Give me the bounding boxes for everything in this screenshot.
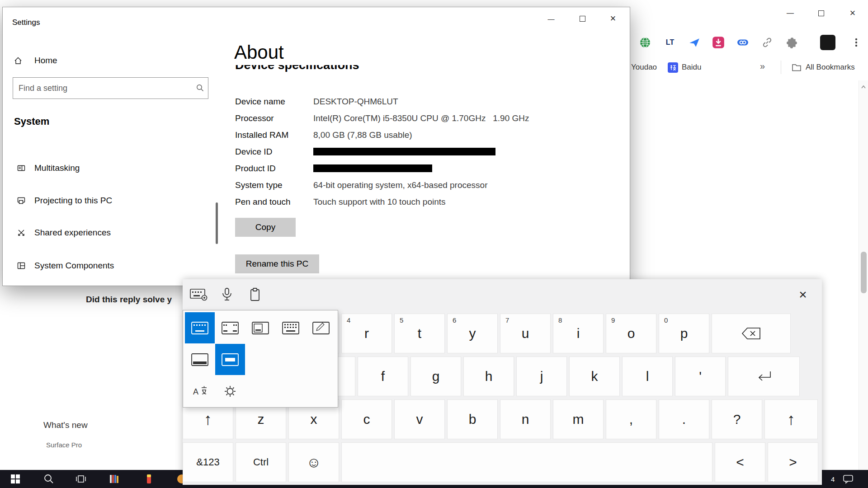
floating-icon	[222, 353, 239, 366]
key-i[interactable]: 8i	[553, 314, 604, 353]
key-enter[interactable]	[728, 357, 800, 396]
keyboard-close-button[interactable]: ×	[791, 283, 815, 306]
projecting-icon	[16, 196, 26, 206]
key-question[interactable]: ?	[712, 399, 762, 439]
key-cursor-right[interactable]: >	[768, 442, 818, 482]
key-o[interactable]: 9o	[606, 314, 656, 353]
screenshot-tool-button[interactable]	[820, 34, 836, 51]
chat-icon	[843, 474, 854, 484]
sidebar-item-system-components[interactable]: System Components	[3, 254, 215, 277]
key-k[interactable]: k	[569, 357, 620, 396]
layout-default-button[interactable]	[185, 312, 215, 343]
rename-pc-button[interactable]: Rename this PC	[235, 254, 319, 273]
key-backspace[interactable]	[712, 314, 791, 353]
taskbar-search-button[interactable]	[38, 470, 60, 488]
key-y[interactable]: 6y	[447, 314, 498, 353]
key-m[interactable]: m	[553, 399, 604, 439]
lt-extension-icon[interactable]: LT	[662, 34, 678, 51]
key-f[interactable]: f	[358, 357, 408, 396]
layout-onehanded-icon	[252, 322, 269, 334]
whats-new-text: What's new	[43, 420, 88, 430]
key-t[interactable]: 5t	[394, 314, 445, 353]
docked-layout-button[interactable]	[185, 344, 215, 375]
clipboard-button[interactable]	[244, 284, 266, 305]
key-shift-right[interactable]: ↑	[764, 399, 818, 439]
taskbar-app-red[interactable]	[138, 470, 160, 488]
surface-pro-link[interactable]: Surface Pro	[46, 441, 82, 449]
keyboard-settings-button[interactable]	[188, 284, 210, 305]
all-bookmarks-button[interactable]	[791, 62, 802, 73]
settings-close-button[interactable]: ×	[602, 11, 624, 26]
keyboard-gear-button[interactable]	[215, 375, 245, 407]
microphone-icon	[221, 287, 233, 302]
bookmark-baidu-button[interactable]	[667, 62, 678, 73]
scrollbar-thumb[interactable]	[861, 252, 867, 293]
key-h[interactable]: h	[463, 357, 514, 396]
key-apostrophe[interactable]: '	[675, 357, 726, 396]
download-extension-icon[interactable]	[710, 34, 726, 51]
close-icon: ×	[799, 287, 807, 302]
language-icon: A	[192, 385, 208, 398]
sidebar-item-home[interactable]: Home	[14, 52, 57, 69]
dictation-button[interactable]	[216, 284, 238, 305]
key-period[interactable]: .	[659, 399, 709, 439]
key-u[interactable]: 7u	[500, 314, 551, 353]
browser-menu-button[interactable]	[848, 34, 864, 51]
browser-minimize-button[interactable]: —	[780, 6, 801, 20]
floating-layout-button[interactable]	[215, 344, 245, 375]
lt-icon: LT	[666, 38, 674, 47]
key-comma[interactable]: ,	[606, 399, 656, 439]
clipboard-icon	[249, 287, 261, 302]
key-b[interactable]: b	[447, 399, 498, 439]
key-cursor-left[interactable]: <	[715, 442, 765, 482]
bookmark-youdao[interactable]: Youdao	[631, 63, 657, 72]
infinity-pill-icon	[736, 37, 749, 48]
backspace-icon	[741, 327, 761, 340]
taskbar-app-library[interactable]	[104, 470, 125, 488]
sidebar-item-shared-experiences[interactable]: Shared experiences	[3, 221, 215, 244]
search-icon[interactable]	[193, 84, 208, 93]
infinity-extension-icon[interactable]	[735, 34, 751, 51]
start-button[interactable]	[5, 470, 26, 488]
globe-extension-icon[interactable]	[637, 34, 653, 51]
bookmark-baidu[interactable]: Baidu	[682, 63, 701, 72]
key-v[interactable]: v	[394, 399, 445, 439]
browser-maximize-button[interactable]	[811, 6, 831, 20]
translate-extension-icon[interactable]	[686, 34, 703, 51]
folder-icon	[792, 63, 802, 72]
key-c[interactable]: c	[341, 399, 392, 439]
extensions-puzzle-button[interactable]	[784, 34, 800, 51]
search-input[interactable]	[13, 84, 193, 93]
browser-scrollbar[interactable]	[859, 80, 868, 470]
screenshot-tool-icon	[820, 35, 835, 50]
key-n[interactable]: n	[500, 399, 551, 439]
settings-maximize-button[interactable]	[571, 11, 593, 26]
sidebar-item-projecting[interactable]: Projecting to this PC	[3, 189, 215, 212]
copy-button[interactable]: Copy	[235, 218, 296, 237]
key-l[interactable]: l	[622, 357, 673, 396]
key-p[interactable]: 0p	[659, 314, 709, 353]
key-emoji[interactable]: ☺	[288, 442, 339, 482]
task-view-button[interactable]	[70, 470, 92, 488]
sidebar-item-multitasking[interactable]: Multitasking	[3, 156, 215, 180]
layout-handwriting-button[interactable]	[306, 312, 336, 343]
bookmarks-overflow-chevron[interactable]: »	[760, 61, 765, 71]
globe-icon	[639, 37, 651, 48]
browser-close-button[interactable]: ×	[842, 6, 863, 20]
key-ctrl[interactable]: Ctrl	[236, 442, 286, 482]
layout-full-button[interactable]	[276, 312, 306, 343]
key-g[interactable]: g	[410, 357, 461, 396]
link-extension-icon[interactable]	[759, 34, 775, 51]
scroll-up-icon[interactable]	[860, 84, 867, 90]
settings-minimize-button[interactable]: —	[540, 11, 562, 26]
key-space[interactable]	[341, 442, 712, 482]
all-bookmarks-label[interactable]: All Bookmarks	[806, 63, 855, 72]
layout-split-button[interactable]	[215, 312, 245, 343]
key-j[interactable]: j	[516, 357, 567, 396]
sidebar-scrollbar-thumb[interactable]	[216, 202, 218, 244]
layout-onehanded-button[interactable]	[245, 312, 275, 343]
key-r[interactable]: 4r	[341, 314, 392, 353]
key-symbols[interactable]: &123	[183, 442, 233, 482]
taskbar-chat-button[interactable]	[837, 470, 859, 488]
language-settings-button[interactable]: A	[185, 375, 215, 407]
